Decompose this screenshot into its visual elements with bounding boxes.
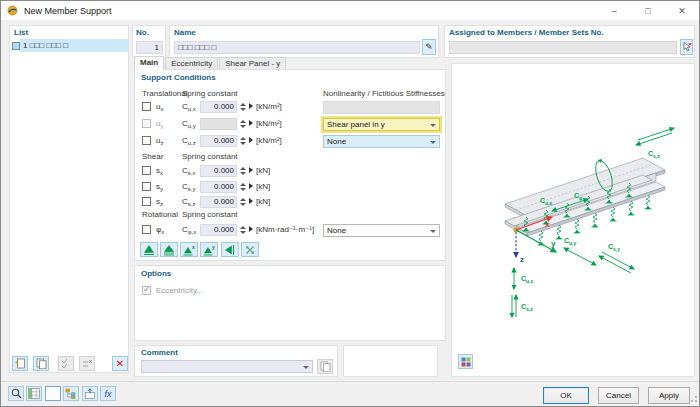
- preset-support-y-button[interactable]: y: [200, 242, 218, 257]
- assigned-panel: Assigned to Members / Member Sets No.: [444, 25, 695, 58]
- checkbox-sz[interactable]: [142, 197, 151, 206]
- unit-cphix: [kNm·rad⁻¹·m⁻¹]: [256, 225, 314, 234]
- copy-item-button[interactable]: [33, 356, 49, 371]
- support-conditions-panel: Support Conditions Translational Spring …: [134, 69, 446, 261]
- comment-panel: Comment: [134, 345, 338, 377]
- rotational-label: Rotational: [142, 210, 178, 219]
- csy-label: Cs,y: [608, 243, 620, 252]
- blank-toggle-button[interactable]: [45, 386, 61, 401]
- maximize-button[interactable]: □: [631, 1, 665, 20]
- minimize-button[interactable]: –: [597, 1, 631, 20]
- shear-label: Shear: [142, 152, 163, 161]
- dof-label-ux: ux: [156, 102, 163, 112]
- preset-lateral-support-button[interactable]: [221, 242, 239, 257]
- diagram-display-settings-button[interactable]: [458, 354, 473, 369]
- rename-button[interactable]: ✎: [422, 39, 436, 55]
- csx-label: Cs,x: [648, 150, 660, 159]
- apply-button[interactable]: Apply: [648, 387, 690, 404]
- checkbox-ux[interactable]: [142, 102, 151, 111]
- list-item-swatch-icon: [12, 42, 20, 50]
- flyout-arrow-icon[interactable]: [249, 167, 253, 173]
- nonlinearity-uz-dropdown[interactable]: None: [323, 135, 440, 148]
- spinner-cux[interactable]: [239, 101, 247, 113]
- diagram-panel: x y z Cu,x Cφ Cs,x Cu,y Cs,y Cu,z Cs,z: [451, 63, 695, 377]
- unit-csx: [kN]: [256, 166, 270, 175]
- spring-constant-label-2: Spring constant: [182, 152, 238, 161]
- name-panel: Name □□□ □□□ □ ✎: [169, 25, 439, 58]
- formula-button[interactable]: fx: [100, 386, 116, 401]
- tab-main[interactable]: Main: [134, 56, 164, 70]
- spring-symbol-csy: Cs,y: [182, 182, 195, 192]
- spring-symbol-cuy: Cu,y: [182, 119, 196, 129]
- comment-copy-button[interactable]: [317, 359, 333, 374]
- ok-button[interactable]: OK: [543, 387, 589, 404]
- unit-csz: [kN]: [256, 197, 270, 206]
- no-input[interactable]: 1: [136, 41, 163, 54]
- navigator-tree-button[interactable]: [63, 386, 79, 401]
- copy-icon: [320, 361, 331, 372]
- csz-label: Cs,z: [521, 303, 533, 312]
- spring-value-cphix[interactable]: 0.000: [200, 224, 237, 236]
- flyout-arrow-icon[interactable]: [249, 137, 253, 143]
- svg-text:y: y: [212, 244, 215, 250]
- list-item-label[interactable]: 1 □□□ □□□ □: [20, 39, 128, 52]
- checkbox-phix[interactable]: [142, 225, 151, 234]
- options-header: Options: [141, 269, 171, 278]
- new-item-button[interactable]: [12, 356, 28, 371]
- support-triangle-icon: [143, 244, 155, 256]
- flyout-arrow-icon[interactable]: [249, 103, 253, 109]
- row-sz: sz Cs,z 0.000 [kN]: [135, 195, 445, 209]
- spring-value-csy[interactable]: 0.000: [200, 181, 237, 193]
- titlebar[interactable]: New Member Support – □ ✕: [1, 1, 699, 20]
- translational-label: Translational: [142, 89, 188, 98]
- free-release-icon: [244, 244, 256, 256]
- list-item[interactable]: 1 □□□ □□□ □: [11, 39, 128, 52]
- comment-combobox[interactable]: [141, 360, 313, 373]
- nonlinearity-phix-dropdown[interactable]: None: [323, 224, 440, 237]
- spring-value-cux[interactable]: 0.000: [200, 101, 237, 113]
- import-support-button[interactable]: [82, 386, 98, 401]
- support-roller-icon: [163, 244, 175, 256]
- spinner-csy[interactable]: [239, 181, 247, 193]
- spring-value-csz[interactable]: 0.000: [200, 196, 237, 208]
- spinner-csz[interactable]: [239, 196, 247, 208]
- flyout-arrow-icon[interactable]: [249, 198, 253, 204]
- nonlinearity-uy-dropdown[interactable]: Shear panel in y: [323, 118, 440, 131]
- nonlinearity-ux-disabled: [323, 101, 440, 114]
- close-button[interactable]: ✕: [665, 1, 699, 20]
- flyout-arrow-icon[interactable]: [249, 226, 253, 232]
- pick-members-button[interactable]: [680, 39, 693, 55]
- preset-roller-support-button[interactable]: [160, 242, 178, 257]
- checkbox-uz[interactable]: [142, 136, 151, 145]
- list-panel: List 1 □□□ □□□ □: [9, 25, 129, 373]
- dof-label-sy: sy: [156, 182, 163, 192]
- cuy-label: Cu,y: [564, 237, 577, 246]
- spinner-cuy: [239, 118, 247, 130]
- assigned-input[interactable]: [449, 41, 677, 54]
- checkbox-sx[interactable]: [142, 166, 151, 175]
- copy-icon: [36, 358, 47, 369]
- cancel-button[interactable]: Cancel: [598, 387, 639, 404]
- flyout-arrow-icon[interactable]: [249, 183, 253, 189]
- spring-value-csx[interactable]: 0.000: [200, 165, 237, 177]
- axis-z-label: z: [520, 255, 524, 264]
- checkbox-sy[interactable]: [142, 182, 151, 191]
- spring-symbol-cphix: Cφ,x: [182, 225, 196, 235]
- spring-value-cuz[interactable]: 0.000: [200, 135, 237, 147]
- preset-no-support-button[interactable]: [241, 242, 259, 257]
- delete-item-button[interactable]: ✕: [112, 356, 128, 371]
- special-comment-button[interactable]: [8, 386, 24, 401]
- spring-symbol-csz: Cs,z: [182, 197, 195, 207]
- spinner-csx[interactable]: [239, 165, 247, 177]
- preset-hinged-support-button[interactable]: [140, 242, 158, 257]
- resize-grip[interactable]: [689, 396, 697, 404]
- table-view-button[interactable]: [26, 386, 42, 401]
- color-grid-icon: [461, 357, 471, 367]
- spinner-cuz[interactable]: [239, 135, 247, 147]
- dof-label-sx: sx: [156, 166, 163, 176]
- spinner-cphix[interactable]: [239, 224, 247, 236]
- preset-support-x-button[interactable]: x: [180, 242, 198, 257]
- assigned-label: Assigned to Members / Member Sets No.: [449, 28, 604, 37]
- delete-icon: ✕: [116, 358, 124, 369]
- name-input[interactable]: □□□ □□□ □: [174, 41, 420, 54]
